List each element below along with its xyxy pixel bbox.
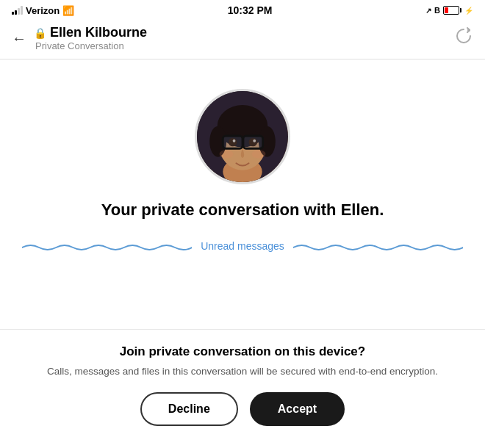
header-title-row: 🔒 Ellen Kilbourne (34, 25, 147, 40)
refresh-icon[interactable] (454, 26, 473, 50)
svg-point-15 (251, 150, 265, 158)
lock-icon: 🔒 (34, 27, 46, 39)
status-left: Verizon 📶 (12, 5, 74, 16)
avatar-image (197, 91, 288, 182)
dialog-buttons: Decline Accept (22, 392, 463, 426)
wave-left (22, 242, 192, 250)
dialog-title: Join private conversation on this device… (22, 344, 463, 359)
unread-label: Unread messages (201, 240, 284, 252)
svg-point-11 (249, 138, 257, 146)
battery-indicator (443, 6, 461, 15)
avatar (195, 89, 290, 184)
decline-button[interactable]: Decline (140, 392, 238, 426)
status-right: ↗ B ⚡ (425, 6, 473, 15)
unread-divider: Unread messages (0, 240, 485, 252)
wifi-icon: 📶 (62, 5, 74, 16)
svg-point-10 (229, 138, 237, 146)
join-conversation-dialog: Join private conversation on this device… (0, 329, 485, 448)
carrier-label: Verizon (26, 5, 60, 16)
location-icon: ↗ (425, 7, 431, 15)
svg-point-0 (467, 29, 470, 32)
svg-point-12 (233, 140, 236, 142)
bluetooth-icon: B (434, 6, 440, 15)
conversation-header: ← 🔒 Ellen Kilbourne Private Conversation (0, 19, 485, 59)
conversation-type: Private Conversation (35, 40, 147, 51)
dialog-description: Calls, messages and files in this conver… (22, 365, 463, 379)
header-left: ← 🔒 Ellen Kilbourne Private Conversation (12, 25, 147, 51)
wave-right (293, 242, 463, 250)
conversation-title: Your private conversation with Ellen. (79, 200, 406, 220)
svg-point-14 (220, 150, 234, 158)
accept-button[interactable]: Accept (250, 392, 345, 426)
main-content: Your private conversation with Ellen. Un… (0, 59, 485, 252)
header-title-group: 🔒 Ellen Kilbourne Private Conversation (34, 25, 147, 51)
back-button[interactable]: ← (12, 30, 26, 47)
charging-icon: ⚡ (464, 7, 473, 15)
status-bar: Verizon 📶 10:32 PM ↗ B ⚡ (0, 0, 485, 19)
signal-icon (12, 6, 23, 15)
clock: 10:32 PM (228, 4, 273, 16)
contact-name: Ellen Kilbourne (50, 25, 147, 40)
svg-point-13 (253, 140, 256, 142)
